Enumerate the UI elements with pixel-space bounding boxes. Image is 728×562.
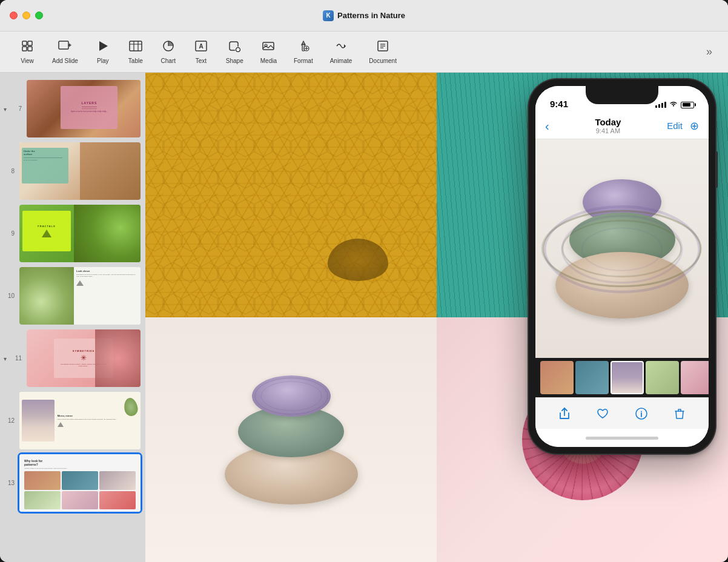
signal-bars	[655, 102, 666, 108]
iphone-notch	[586, 86, 658, 104]
more-button[interactable]: ⊕	[690, 119, 699, 133]
strip-thumb-4[interactable]	[646, 361, 679, 394]
signal-bar-4	[664, 102, 666, 108]
honeycomb-svg	[145, 73, 437, 317]
slide-number-9: 9	[5, 230, 15, 237]
text-icon: A	[194, 40, 208, 55]
media-button[interactable]: Media	[253, 36, 284, 68]
format-button[interactable]: Format	[286, 36, 320, 68]
table-label: Table	[128, 58, 143, 64]
svg-rect-3	[28, 47, 32, 51]
shape-label: Shape	[226, 58, 243, 64]
chart-label: Chart	[161, 58, 176, 64]
document-title: Patterns in Nature	[337, 11, 405, 20]
chart-button[interactable]: Chart	[153, 36, 184, 68]
edit-button[interactable]: Edit	[667, 121, 683, 131]
slide-thumb-7[interactable]: LAYERS layers is some text can be really…	[27, 80, 141, 137]
iphone-body: 9:41	[528, 79, 716, 454]
canvas-image-bee	[145, 73, 437, 317]
svg-rect-4	[59, 41, 68, 49]
slide-number-7: 7	[12, 105, 22, 112]
document-button[interactable]: Document	[362, 36, 404, 68]
slide-thumb-13[interactable]: Why look forpatterns? Nature's patterns …	[19, 454, 141, 512]
slide-item-13[interactable]: 13 Why look forpatterns? Nature's patter…	[0, 452, 145, 514]
media-icon	[262, 40, 275, 55]
animate-button[interactable]: Animate	[323, 36, 360, 68]
strip-thumb-1[interactable]	[540, 361, 574, 394]
text-label: Text	[196, 58, 207, 64]
strip-thumb-5[interactable]	[681, 361, 709, 394]
slides-panel: ▾ 7 LAYERS layers is some text can be re…	[0, 73, 145, 562]
svg-point-41	[543, 211, 701, 286]
slide-item-10[interactable]: 10 Look closer Romanesco broccoli is a f…	[0, 265, 145, 327]
more-tools-button[interactable]: »	[703, 42, 716, 62]
strip-thumb-2[interactable]	[575, 361, 609, 394]
info-button[interactable]	[635, 407, 648, 420]
iphone-screen: 9:41	[535, 86, 709, 447]
view-label: View	[21, 58, 34, 64]
animate-icon	[334, 40, 348, 55]
status-icons	[655, 101, 694, 109]
minimize-button[interactable]	[22, 12, 30, 19]
svg-marker-7	[99, 41, 108, 51]
status-time: 9:41	[550, 99, 568, 109]
battery-icon	[681, 102, 694, 108]
text-button[interactable]: A Text	[186, 36, 216, 68]
table-button[interactable]: Table	[121, 36, 151, 68]
svg-point-45	[641, 411, 642, 412]
iphone-device: 9:41	[528, 79, 716, 454]
iphone-side-button[interactable]	[716, 151, 718, 188]
iphone-status-bar: 9:41	[535, 86, 709, 113]
view-button[interactable]: View	[12, 36, 42, 68]
iphone-main-photo	[535, 139, 709, 358]
iphone-urchin-stack	[555, 179, 689, 319]
slide-number-8: 8	[5, 168, 15, 174]
toolbar: View Add Slide Play	[0, 31, 728, 73]
nav-time: 9:41 AM	[596, 127, 620, 134]
slide-thumb-11[interactable]: SYMMETRIES ✳ Symmetries abound in nature…	[27, 329, 141, 387]
nav-title: Today 9:41 AM	[595, 117, 621, 134]
slide-item-8[interactable]: 8 Under thesurface Go to, go to surface.…	[0, 140, 145, 202]
slide-number-11: 11	[12, 355, 22, 362]
svg-point-34	[261, 382, 322, 411]
slide-item-12[interactable]: 12 Mirror, mirror Many photos and natura…	[0, 389, 145, 452]
slide-thumb-12[interactable]: Mirror, mirror Many photos and natural p…	[19, 392, 141, 449]
share-button[interactable]	[558, 407, 571, 420]
svg-point-33	[255, 378, 328, 414]
slide-item-7[interactable]: 7 LAYERS layers is some text can be real…	[0, 78, 145, 140]
slide-item-9[interactable]: 9 FRACTALS	[0, 202, 145, 265]
svg-point-35	[673, 105, 674, 107]
favorite-button[interactable]	[596, 407, 609, 420]
nav-actions: Edit ⊕	[667, 119, 699, 133]
delete-button[interactable]	[673, 407, 686, 420]
back-button[interactable]: ‹	[545, 120, 549, 132]
slide-canvas: 9:41	[145, 73, 728, 562]
iphone-urchin-bot	[555, 252, 689, 319]
svg-marker-25	[344, 44, 346, 48]
slide-thumb-9[interactable]: FRACTALS	[19, 205, 141, 262]
shape-button[interactable]: Shape	[219, 36, 251, 68]
iphone-home-indicator	[535, 429, 709, 447]
canvas-image-urchin	[145, 317, 437, 562]
slide-number-10: 10	[5, 293, 15, 299]
slide-thumb-10[interactable]: Look closer Romanesco broccoli is a frac…	[19, 267, 141, 325]
home-bar	[586, 437, 658, 440]
maximize-button[interactable]	[35, 12, 43, 19]
window-title: K Patterns in Nature	[323, 10, 405, 21]
chart-icon	[162, 40, 175, 55]
nav-date: Today	[595, 117, 621, 127]
iphone-nav-bar: ‹ Today 9:41 AM Edit ⊕	[535, 113, 709, 139]
play-button[interactable]: Play	[88, 36, 118, 68]
slide-item-11[interactable]: 11 SYMMETRIES ✳ Symmetries abound in nat…	[0, 327, 145, 389]
svg-rect-2	[22, 47, 27, 51]
strip-thumb-3[interactable]	[611, 361, 644, 394]
svg-rect-32	[145, 73, 437, 317]
format-label: Format	[294, 58, 313, 64]
close-button[interactable]	[10, 12, 18, 19]
slide-thumb-8[interactable]: Under thesurface Go to, go to surface...	[19, 142, 141, 200]
svg-rect-1	[28, 41, 32, 45]
add-slide-button[interactable]: Add Slide	[45, 36, 85, 68]
play-label: Play	[97, 58, 108, 64]
signal-bar-1	[655, 105, 657, 108]
table-icon	[129, 40, 142, 55]
